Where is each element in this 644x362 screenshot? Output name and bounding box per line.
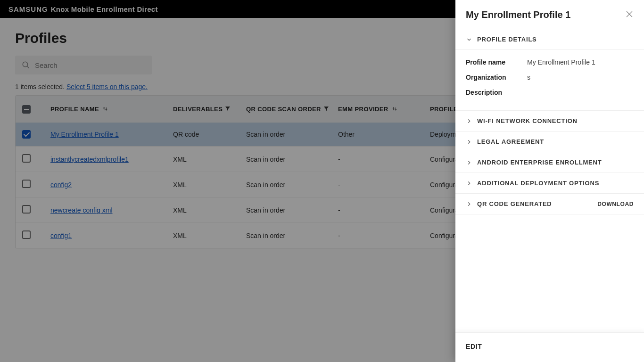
profile-name-value: My Enrollment Profile 1: [527, 58, 595, 66]
panel-header: My Enrollment Profile 1: [455, 0, 644, 29]
kv-organization: Organization s: [466, 70, 634, 85]
section-wifi-label: Wi-Fi Network Connection: [477, 117, 578, 124]
section-legal[interactable]: Legal Agreement: [455, 132, 644, 152]
detail-panel: My Enrollment Profile 1 Profile Details …: [455, 0, 644, 362]
chevron-right-icon: [466, 180, 472, 187]
section-qr-generated-label: QR Code Generated: [477, 200, 552, 207]
panel-body: Profile Details Profile name My Enrollme…: [455, 29, 644, 332]
section-qr-generated[interactable]: QR Code Generated Download: [455, 194, 644, 214]
close-icon: [625, 10, 634, 18]
profile-name-label: Profile name: [466, 58, 527, 66]
section-wifi[interactable]: Wi-Fi Network Connection: [455, 111, 644, 132]
close-button[interactable]: [625, 10, 634, 20]
section-profile-details[interactable]: Profile Details: [455, 29, 644, 50]
chevron-right-icon: [466, 139, 472, 145]
chevron-right-icon: [466, 118, 472, 124]
panel-title: My Enrollment Profile 1: [466, 9, 570, 20]
description-label: Description: [466, 89, 527, 96]
chevron-right-icon: [466, 159, 472, 166]
section-profile-details-label: Profile Details: [477, 36, 537, 43]
section-additional-deployment[interactable]: Additional Deployment Options: [455, 173, 644, 194]
profile-details-body: Profile name My Enrollment Profile 1 Org…: [455, 50, 644, 111]
kv-profile-name: Profile name My Enrollment Profile 1: [466, 55, 634, 70]
section-android-enterprise[interactable]: Android Enterprise Enrollment: [455, 152, 644, 173]
organization-label: Organization: [466, 74, 527, 81]
panel-footer: EDIT: [455, 332, 644, 362]
edit-button[interactable]: EDIT: [466, 343, 482, 350]
section-legal-label: Legal Agreement: [477, 138, 544, 145]
kv-description: Description: [466, 85, 634, 100]
chevron-right-icon: [466, 201, 472, 207]
organization-value: s: [527, 74, 530, 81]
chevron-down-icon: [466, 36, 472, 43]
download-button[interactable]: Download: [597, 201, 634, 207]
section-android-enterprise-label: Android Enterprise Enrollment: [477, 159, 602, 166]
section-additional-deployment-label: Additional Deployment Options: [477, 180, 599, 187]
